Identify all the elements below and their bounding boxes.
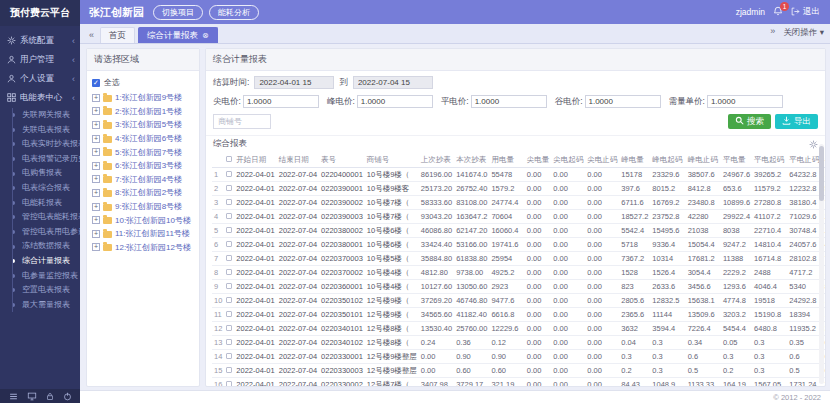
close-operations-dropdown[interactable]: 关闭操作 ▾ [783, 27, 824, 39]
column-settings-gear-icon[interactable] [809, 140, 818, 149]
tree-node-0[interactable]: +1:张江创新园9号楼 [92, 91, 194, 105]
price-input-2[interactable] [471, 95, 547, 108]
expand-icon[interactable]: + [92, 162, 100, 170]
expand-icon[interactable]: + [92, 107, 100, 115]
end-time-input[interactable] [353, 76, 433, 89]
row-checkbox[interactable] [224, 266, 234, 280]
row-checkbox[interactable] [224, 308, 234, 322]
submenu-item-0[interactable]: 失联网关报表 [13, 108, 80, 123]
submenu-item-6[interactable]: 电能耗报表 [13, 196, 80, 211]
price-input-1[interactable] [357, 95, 433, 108]
caret-down-icon: ▾ [820, 27, 824, 37]
row-checkbox[interactable] [224, 294, 234, 308]
tab-0[interactable]: 首页 [100, 27, 135, 43]
row-checkbox[interactable] [224, 350, 234, 364]
tree-node-1[interactable]: +2:张江创新园1号楼 [92, 105, 194, 119]
tree-node-7[interactable]: +8:张江创新园2号楼 [92, 186, 194, 200]
tree-node-3[interactable]: +4:张江创新园6号楼 [92, 132, 194, 146]
tree-node-11[interactable]: +12:张江创新园12号楼 [92, 241, 194, 255]
submenu-item-11[interactable]: 电参量监控报表 [13, 269, 80, 284]
cell: 0.6 [686, 350, 721, 364]
row-checkbox[interactable] [224, 224, 234, 238]
sidebar-item-0[interactable]: 系统配置‹ [0, 31, 80, 50]
row-checkbox[interactable] [224, 196, 234, 210]
tree-node-2[interactable]: +3:张江创新园5号楼 [92, 118, 194, 132]
expand-icon[interactable]: + [92, 230, 100, 238]
switch-project-button[interactable]: 切换项目 [153, 5, 203, 20]
export-button[interactable]: 导出 [775, 114, 818, 129]
sidebar-item-1[interactable]: 用户管理‹ [0, 50, 80, 69]
tree-node-4[interactable]: +5:张江创新园7号楼 [92, 145, 194, 159]
cell: 0220370003 [319, 252, 365, 266]
tree-node-10[interactable]: +11:张江创新园11号楼 [92, 227, 194, 241]
submenu-item-4[interactable]: 电购售报表 [13, 166, 80, 181]
submenu-item-9[interactable]: 冻结数据报表 [13, 239, 80, 254]
tree-node-8[interactable]: +9:张江创新园8号楼 [92, 200, 194, 214]
menu-icon[interactable] [9, 392, 18, 401]
row-checkbox[interactable] [224, 364, 234, 378]
cell: 2022-04-01 [234, 168, 276, 182]
row-index: 6 [212, 238, 224, 252]
cell: 84.43 [619, 378, 650, 387]
submenu-item-12[interactable]: 空置电表报表 [13, 283, 80, 298]
select-all-checkbox[interactable]: ✓ 全选 [92, 77, 194, 88]
submenu-item-10[interactable]: 综合计量报表 [13, 254, 80, 269]
expand-icon[interactable]: + [92, 135, 100, 143]
tree-node-6[interactable]: +7:张江创新园4号楼 [92, 173, 194, 187]
row-checkbox[interactable] [224, 210, 234, 224]
row-checkbox[interactable] [224, 182, 234, 196]
sidebar-item-2[interactable]: 个人设置‹ [0, 69, 80, 88]
scrollbar-thumb[interactable] [819, 146, 824, 201]
cell: 0.00 [525, 168, 552, 182]
expand-icon[interactable]: + [92, 121, 100, 129]
submenu-item-7[interactable]: 管控电表能耗报表 [13, 210, 80, 225]
user-icon [7, 55, 16, 64]
row-checkbox[interactable] [224, 280, 234, 294]
start-time-input[interactable] [254, 76, 334, 89]
notifications-button[interactable]: 1 [773, 6, 783, 18]
expand-icon[interactable]: + [92, 243, 100, 251]
lock-icon[interactable] [46, 392, 54, 401]
tree-node-5[interactable]: +6:张江创新园3号楼 [92, 159, 194, 173]
cell: 12号楼9楼（ [365, 308, 419, 322]
submenu-item-13[interactable]: 最大需量报表 [13, 298, 80, 313]
expand-icon[interactable]: + [92, 203, 100, 211]
row-checkbox[interactable] [224, 238, 234, 252]
tab-close-icon[interactable]: ⊗ [202, 31, 209, 40]
select-all-rows-checkbox[interactable] [224, 152, 234, 168]
price-input-4[interactable] [707, 95, 783, 108]
logout-button[interactable]: 退出 [791, 6, 820, 18]
row-checkbox[interactable] [224, 336, 234, 350]
cell: 0.00 [551, 224, 585, 238]
tabs-scroll-right-icon[interactable]: » [767, 26, 778, 39]
monitor-icon[interactable] [27, 392, 37, 401]
row-checkbox[interactable] [224, 168, 234, 182]
submenu-item-8[interactable]: 管控电表用电参量监控 [13, 225, 80, 240]
sidebar-item-3[interactable]: 电能表中心‹ [0, 88, 80, 107]
tabs-scroll-left-icon[interactable]: « [86, 30, 97, 43]
search-button[interactable]: 搜索 [728, 114, 771, 129]
expand-icon[interactable]: + [92, 94, 100, 102]
row-checkbox[interactable] [224, 252, 234, 266]
row-checkbox[interactable] [224, 378, 234, 387]
cell: 3729.17 [454, 378, 489, 387]
table-scrollbar[interactable] [819, 144, 824, 384]
expand-icon[interactable]: + [92, 175, 100, 183]
column-header-0: 开始日期 [234, 152, 276, 168]
expand-icon[interactable]: + [92, 148, 100, 156]
price-input-3[interactable] [585, 95, 661, 108]
expand-icon[interactable]: + [92, 216, 100, 224]
submenu-item-2[interactable]: 电表实时抄表报表 [13, 137, 80, 152]
tree-node-9[interactable]: +10:张江创新园10号楼 [92, 213, 194, 227]
tab-1[interactable]: 综合计量报表⊗ [138, 27, 218, 43]
submenu-item-1[interactable]: 失联电表报表 [13, 123, 80, 138]
row-checkbox[interactable] [224, 322, 234, 336]
submenu-item-5[interactable]: 电表综合报表 [13, 181, 80, 196]
energy-analysis-button[interactable]: 能耗分析 [209, 5, 259, 20]
shop-number-input[interactable] [213, 114, 271, 129]
submenu-item-3[interactable]: 电表报警记录历史报表 [13, 152, 80, 167]
price-input-0[interactable] [243, 95, 319, 108]
power-icon[interactable] [63, 392, 72, 401]
cell: 25760.00 [454, 322, 489, 336]
expand-icon[interactable]: + [92, 189, 100, 197]
